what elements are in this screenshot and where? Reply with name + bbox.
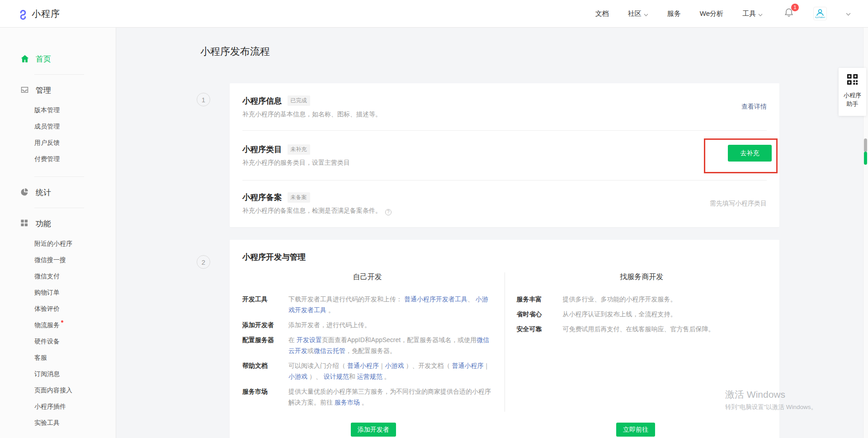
status-badge: 未补充 (288, 144, 310, 155)
inline-link[interactable]: 小游戏 (288, 373, 307, 380)
chevron-down-icon (758, 10, 763, 18)
sidebar-item-user-feedback[interactable]: 用户反馈 (0, 134, 116, 151)
nav-docs[interactable]: 文档 (595, 10, 609, 18)
dev-row-label: 添加开发者 (242, 319, 288, 330)
sidebar-item-logistics-services[interactable]: 物流服务 (0, 317, 116, 333)
scrollbar-thumb[interactable] (864, 138, 867, 152)
inline-link[interactable]: 服务市场 (335, 399, 360, 406)
divider (34, 74, 84, 75)
sidebar-item-shopping-orders[interactable]: 购物订单 (0, 284, 116, 300)
row-title: 小程序类目 (242, 144, 282, 155)
row-title: 小程序备案 (242, 192, 282, 203)
sidebar-item-wechat-search[interactable]: 微信搜一搜 (0, 252, 116, 268)
sidebar-item-version-management[interactable]: 版本管理 (0, 102, 116, 118)
dev-row: 帮助文档可以阅读入门介绍（ 普通小程序｜小游戏 ）、开发文档（ 普通小程序｜小游… (242, 360, 493, 382)
add-developer-button[interactable]: 添加开发者 (351, 423, 396, 437)
inline-link[interactable]: 普通小程序开发者工具 (404, 295, 467, 303)
vendor-dev-rows: 服务丰富提供多行业、多功能的小程序开发服务。省时省心从小程序认证到发布上线，全流… (517, 294, 767, 334)
mini-program-logo[interactable]: 小程序 (17, 8, 60, 20)
sidebar-item-experience-review[interactable]: 体验评价 (0, 300, 116, 317)
sidebar-section-statistics[interactable]: 统计 (0, 186, 116, 198)
dev-row-label: 开发工具 (242, 294, 288, 315)
dev-row: 服务市场提供大量优质的小程序第三方服务，为不同行业的商家提供合适的小程序解决方案… (242, 386, 493, 408)
sidebar-section-features[interactable]: 功能 (0, 218, 116, 229)
text-segment: 可以阅读入门介绍（ (288, 362, 347, 369)
sidebar-item-payment-management[interactable]: 付费管理 (0, 151, 116, 167)
miniprogram-assistant-panel[interactable]: 小程序助手 (839, 68, 866, 116)
inbox-icon (20, 85, 30, 95)
inline-link[interactable]: 小游戏 (385, 362, 404, 369)
sidebar-item-miniprogram-plugins[interactable]: 小程序插件 (0, 398, 116, 414)
inline-link[interactable]: 普通小程序 (347, 362, 379, 369)
flow-row-miniprogram-category: 小程序类目 未补充 补充小程序的服务类目，设置主营类目 去补充 (242, 130, 767, 180)
dev-row-text: 添加开发者，进行代码上传。 (288, 319, 493, 330)
sidebar: 首页 管理 版本管理 成员管理 用户反馈 付费管理 (0, 28, 116, 438)
sidebar-item-wechat-pay[interactable]: 微信支付 (0, 268, 116, 284)
divider (34, 176, 84, 177)
prerequisite-note: 需先填写小程序类目 (710, 200, 767, 208)
text-segment: ｜ (483, 362, 490, 369)
release-flow-card: 小程序信息 已完成 补充小程序的基本信息，如名称、图标、描述等。 查看详情 小程… (230, 83, 779, 227)
qr-code-icon (846, 79, 859, 87)
sidebar-item-nearby-miniprograms[interactable]: 附近的小程序 (0, 235, 116, 252)
text-segment: 或 (307, 347, 314, 354)
sidebar-item-customer-service[interactable]: 客服 (0, 349, 116, 366)
divider (34, 208, 84, 208)
dev-row-text: 从小程序认证到发布上线，全流程支持。 (563, 309, 767, 319)
text-segment: 在 (288, 336, 297, 343)
dev-row-text: 下载开发者工具进行代码的开发和上传： 普通小程序开发者工具、 小游戏开发者工具 … (288, 294, 493, 315)
dev-row: 添加开发者添加开发者，进行代码上传。 (242, 319, 493, 330)
self-development-column: 自己开发 开发工具下载开发者工具进行代码的开发和上传： 普通小程序开发者工具、 … (242, 272, 505, 412)
sidebar-item-label: 首页 (36, 54, 51, 64)
card-title: 小程序开发与管理 (242, 240, 767, 262)
nav-community[interactable]: 社区 (628, 10, 648, 18)
windows-activation-watermark: 激活 Windows 转到"电脑设置"以激活 Windows。 (725, 388, 817, 411)
sidebar-item-member-management[interactable]: 成员管理 (0, 118, 116, 134)
dev-row-label: 服务市场 (242, 386, 288, 408)
notification-count-badge: 1 (791, 4, 799, 11)
view-details-link[interactable]: 查看详情 (741, 103, 767, 111)
inline-link[interactable]: 设计规范 (324, 373, 349, 380)
text-segment: 可免费试用后再支付、在线客服响应、官方售后保障。 (563, 325, 715, 333)
go-now-button[interactable]: 立即前往 (616, 423, 655, 437)
inline-link[interactable]: 普通小程序 (452, 362, 483, 369)
go-supplement-button[interactable]: 去补充 (728, 145, 772, 162)
account-avatar[interactable]: kychaker (813, 7, 827, 20)
text-segment: 添加开发者，进行代码上传。 (288, 321, 371, 328)
avatar-text: kychaker (815, 16, 825, 19)
new-dot-badge (61, 320, 63, 323)
notification-bell[interactable]: 1 (783, 7, 794, 20)
nav-tools[interactable]: 工具 (742, 10, 763, 18)
sidebar-item-subscription-messages[interactable]: 订阅消息 (0, 366, 116, 382)
inline-link[interactable]: 开发设置 (297, 336, 322, 343)
dev-row-text: 提供多行业、多功能的小程序开发服务。 (563, 294, 767, 305)
nav-we-analytics[interactable]: We分析 (700, 10, 723, 18)
inline-link[interactable]: 运营规范 (357, 373, 382, 380)
inline-link[interactable]: 微信云托管 (314, 347, 345, 354)
development-management-card: 小程序开发与管理 自己开发 开发工具下载开发者工具进行代码的开发和上传： 普通小… (230, 240, 779, 438)
home-icon (20, 54, 30, 64)
nav-services[interactable]: 服务 (667, 10, 681, 18)
sidebar-item-experimental-tools[interactable]: 实验工具 (0, 414, 116, 431)
sidebar-item-home[interactable]: 首页 (0, 53, 116, 65)
red-annotation-box: 去补充 (704, 138, 778, 173)
scrollbar-green-indicator[interactable] (864, 152, 867, 165)
status-badge: 未备案 (288, 192, 310, 203)
text-segment: 。 (360, 399, 368, 406)
dev-row: 服务丰富提供多行业、多功能的小程序开发服务。 (517, 294, 767, 305)
grid-icon (20, 219, 30, 229)
dev-row: 省时省心从小程序认证到发布上线，全流程支持。 (517, 309, 767, 319)
text-segment: 下载开发者工具进行代码的开发和上传： (288, 295, 404, 303)
sidebar-item-hardware-devices[interactable]: 硬件设备 (0, 333, 116, 349)
sidebar-item-page-content-access[interactable]: 页面内容接入 (0, 382, 116, 398)
text-segment: 页面查看AppID和AppSecret，配置服务器域名，或使用 (322, 336, 476, 343)
text-segment: 。 (326, 306, 335, 314)
account-menu-chevron-icon[interactable] (846, 10, 851, 18)
header-nav: 文档 社区 服务 We分析 工具 (595, 7, 851, 20)
help-icon[interactable]: ? (385, 209, 392, 215)
text-segment: ）、开发文档（ (404, 362, 452, 369)
sidebar-section-management[interactable]: 管理 (0, 84, 116, 96)
row-description: 补充小程序的备案信息，检测是否满足备案条件。 ? (242, 207, 710, 215)
self-dev-rows: 开发工具下载开发者工具进行代码的开发和上传： 普通小程序开发者工具、 小游戏开发… (242, 294, 493, 408)
sidebar-section-label: 功能 (36, 219, 51, 229)
